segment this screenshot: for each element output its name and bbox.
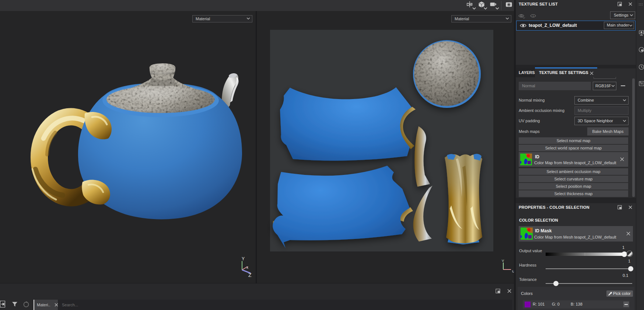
svg-text:V: V bbox=[502, 259, 504, 263]
svg-text:Y: Y bbox=[242, 256, 245, 261]
svg-text:Z: Z bbox=[248, 272, 252, 278]
svg-text:x: x bbox=[246, 265, 248, 270]
svg-text:1: 1 bbox=[532, 14, 534, 18]
